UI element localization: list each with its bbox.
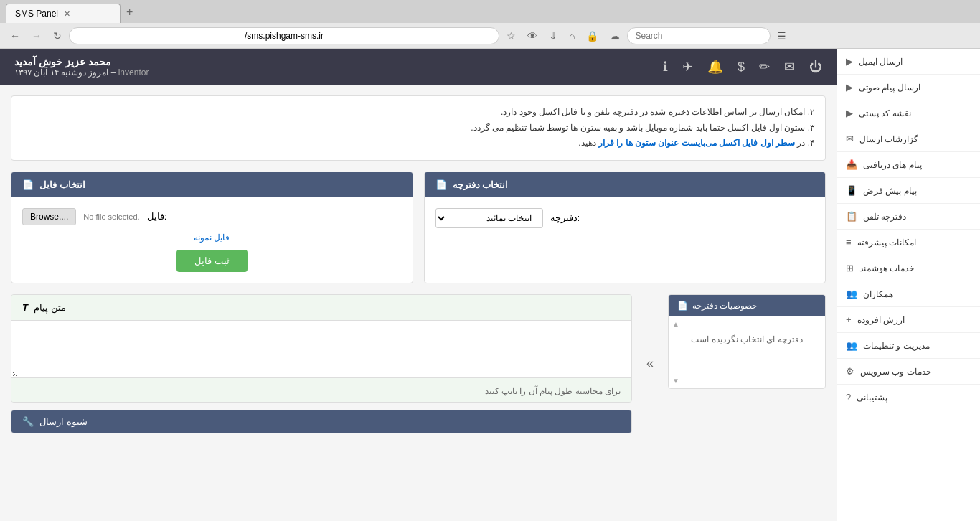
- postal-icon: ▶: [846, 108, 853, 118]
- sidebar-item-voice[interactable]: ارسال پیام صوتی ▶: [837, 75, 980, 100]
- message-panel-header: متن پیام T: [11, 295, 631, 321]
- contact-props-icon: 📄: [677, 301, 688, 311]
- sidebar-item-phonebook-label: دفترچه تلفن: [863, 212, 906, 222]
- sidebar: ارسال ایمیل ▶ ارسال پیام صوتی ▶ نقشه کد …: [837, 49, 980, 521]
- new-tab-btn[interactable]: +: [121, 1, 138, 23]
- contact-props-body: ▲ دفترچه ای انتخاب نگردیده است ▼: [669, 316, 825, 388]
- refresh-btn[interactable]: ↻: [49, 27, 66, 44]
- message-panel: متن پیام T برای محاسبه طول پیام آن را تا…: [11, 294, 632, 403]
- instruction-line2: ۳. ستون اول فایل اکسل حتما باید شماره مو…: [22, 121, 814, 136]
- message-section: متن پیام T برای محاسبه طول پیام آن را تا…: [11, 294, 632, 433]
- message-footer-text: برای محاسبه طول پیام آن را تایپ کنید: [485, 386, 621, 396]
- instruction-highlight: سطر اول فایل اکسل می‌بایست عنوان ستون ها…: [598, 138, 795, 148]
- sidebar-item-advanced[interactable]: امکانات پیشرفته ≡: [837, 230, 980, 255]
- register-file-btn[interactable]: ثبت فایل: [176, 250, 248, 272]
- support-icon: ?: [846, 392, 851, 403]
- sidebar-item-support[interactable]: پشتیبانی ?: [837, 385, 980, 410]
- power-icon[interactable]: ⏻: [809, 60, 822, 75]
- search-input[interactable]: [627, 27, 771, 44]
- instruction-line3-start: ۴. در: [795, 138, 814, 148]
- address-book-icon: 📄: [435, 179, 447, 190]
- info-icon[interactable]: ℹ: [663, 59, 668, 75]
- send-method-title: شیوه ارسال: [39, 416, 88, 427]
- webservice-icon: ⚙: [846, 366, 854, 377]
- sidebar-item-webservice[interactable]: خدمات وب سرویس ⚙: [837, 359, 980, 385]
- mail-icon[interactable]: ✉: [784, 59, 795, 75]
- home-btn[interactable]: ⌂: [565, 27, 579, 44]
- sidebar-item-received-label: پیام های دریافتی: [863, 160, 922, 170]
- tab-close-btn[interactable]: ✕: [64, 9, 70, 19]
- sidebar-item-postal-label: نقشه کد پستی: [859, 108, 911, 118]
- file-select-icon: 📄: [22, 179, 34, 190]
- advanced-icon: ≡: [846, 237, 852, 248]
- date-label: امروز دوشنبه ۱۴ آبان ۱۳۹۷: [14, 67, 108, 78]
- file-select-title: انتخاب فایل: [39, 179, 85, 190]
- sidebar-item-admin[interactable]: مدیریت و تنظیمات 👥: [837, 333, 980, 359]
- top-bar-icons: ⏻ ✉ ✏ $ 🔔 ✈ ℹ: [663, 59, 822, 75]
- username-tag: inventor: [118, 67, 149, 78]
- admin-icon: 👥: [846, 340, 857, 351]
- message-title: متن پیام: [34, 302, 66, 313]
- transfer-arrow[interactable]: »: [643, 294, 657, 433]
- sidebar-item-email-label: ارسال ایمیل: [859, 57, 903, 67]
- send-method-header: شیوه ارسال 🔧: [11, 410, 631, 433]
- reader-btn[interactable]: 👁: [523, 27, 542, 44]
- sidebar-item-partners[interactable]: همکاران 👥: [837, 281, 980, 307]
- sample-file-link[interactable]: فایل نمونه: [22, 233, 402, 243]
- download-btn[interactable]: ⇓: [545, 27, 562, 44]
- browse-button[interactable]: Browse....: [22, 208, 76, 225]
- sidebar-item-phonebook[interactable]: دفترچه تلفن 📋: [837, 204, 980, 230]
- sync-btn[interactable]: ☁: [606, 27, 624, 44]
- file-select-header: انتخاب فایل 📄: [11, 172, 413, 197]
- sidebar-item-reports[interactable]: گزارشات ارسال ✉: [837, 126, 980, 152]
- browser-tab[interactable]: SMS Panel ✕: [6, 4, 121, 23]
- sidebar-item-advanced-label: امکانات پیشرفته: [857, 238, 916, 248]
- value-added-icon: +: [846, 314, 852, 325]
- message-textarea[interactable]: [11, 321, 631, 378]
- sidebar-item-smart[interactable]: خدمات هوشمند ⊞: [837, 255, 980, 281]
- reports-icon: ✉: [846, 133, 854, 144]
- bookmark-btn[interactable]: ☆: [502, 27, 520, 44]
- sidebar-item-received[interactable]: پیام های دریافتی 📥: [837, 152, 980, 178]
- default-msg-icon: 📱: [846, 185, 857, 196]
- forward-btn[interactable]: →: [27, 27, 46, 44]
- send-icon[interactable]: ✈: [682, 59, 693, 75]
- shield-btn[interactable]: 🔒: [582, 27, 603, 44]
- sidebar-item-email[interactable]: ارسال ایمیل ▶: [837, 49, 980, 75]
- instruction-line3: ۴. در سطر اول فایل اکسل می‌بایست عنوان س…: [22, 136, 814, 151]
- address-book-header: انتخاب دفترچه 📄: [425, 172, 826, 197]
- sidebar-item-reports-label: گزارشات ارسال: [859, 134, 918, 144]
- no-selection-text: دفترچه ای انتخاب نگردیده است: [676, 334, 818, 344]
- user-date: inventor – امروز دوشنبه ۱۴ آبان ۱۳۹۷: [14, 67, 149, 78]
- scroll-up[interactable]: ▲: [672, 320, 679, 328]
- address-bar[interactable]: [69, 27, 499, 44]
- address-book-dropdown-label: :دفترچه: [550, 212, 580, 223]
- address-book-select[interactable]: انتخاب نمائید: [435, 208, 543, 228]
- sidebar-item-support-label: پشتیبانی: [857, 393, 887, 403]
- no-file-text: No file selected.: [83, 212, 139, 221]
- back-btn[interactable]: ←: [6, 27, 24, 44]
- sidebar-item-value-added[interactable]: ارزش افزوده +: [837, 307, 980, 333]
- partners-icon: 👥: [846, 288, 857, 299]
- user-greeting: محمد عزیز خوش آمدید: [14, 56, 149, 67]
- contact-props-box: خصوصیات دفترچه 📄 ▲ دفترچه ای انتخاب نگرد…: [668, 294, 826, 389]
- file-select-panel: انتخاب فایل 📄 :فایل No file selected. Br…: [11, 172, 413, 283]
- top-bar: ⏻ ✉ ✏ $ 🔔 ✈ ℹ محمد عزیز خوش آمدید invent…: [0, 49, 837, 85]
- menu-btn[interactable]: ☰: [773, 28, 790, 44]
- bell-icon[interactable]: 🔔: [707, 59, 723, 75]
- contact-props-title: خصوصیات دفترچه: [692, 301, 757, 311]
- tag-icon[interactable]: ✏: [759, 59, 770, 75]
- phonebook-icon: 📋: [846, 211, 857, 222]
- scroll-down[interactable]: ▼: [672, 377, 679, 385]
- received-icon: 📥: [846, 159, 857, 170]
- file-select-body: :فایل No file selected. Browse.... فایل …: [11, 197, 413, 283]
- contact-props-header: خصوصیات دفترچه 📄: [669, 295, 825, 316]
- sidebar-item-default-msg-label: پیام پیش فرض: [863, 186, 917, 196]
- dollar-icon[interactable]: $: [738, 60, 745, 75]
- sidebar-item-postal[interactable]: نقشه کد پستی ▶: [837, 100, 980, 126]
- send-method-section: شیوه ارسال 🔧: [11, 410, 632, 433]
- instructions-box: ۲. امکان ارسال بر اساس اطلاعات ذخیره شده…: [11, 95, 826, 161]
- sidebar-item-default-msg[interactable]: پیام پیش فرض 📱: [837, 178, 980, 204]
- contact-properties: خصوصیات دفترچه 📄 ▲ دفترچه ای انتخاب نگرد…: [668, 294, 826, 433]
- voice-icon: ▶: [846, 82, 853, 93]
